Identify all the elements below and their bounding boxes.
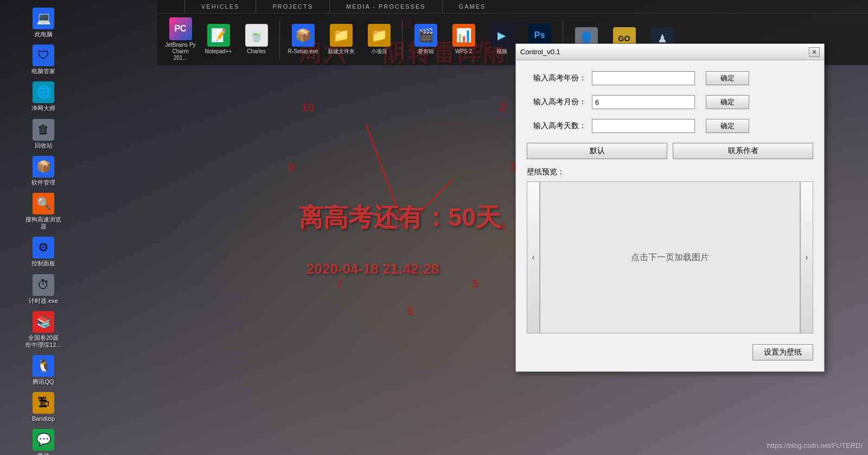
aijianji-icon: 🎬 <box>414 24 437 47</box>
ctrlpanel-label: 控制面板 <box>31 260 55 267</box>
month-row: 输入高考月份： 确定 <box>527 95 813 109</box>
gaokao-icon: 📚 <box>33 311 54 333</box>
video-label: 视频 <box>496 48 507 55</box>
year-label: 输入高考年份： <box>527 73 592 83</box>
bandizip-label: Bandizip <box>32 415 55 422</box>
netmaster-icon: 🌐 <box>33 81 54 103</box>
month-label: 输入高考月份： <box>527 97 592 107</box>
rsetup-label: R-Setup.exe <box>288 48 318 55</box>
desktop-icons: 💻 此电脑 🛡 电脑管家 🌐 净网大师 🗑 回收站 📦 软件管理 🔍 搜狗高速浏… <box>0 0 87 455</box>
wallpaper-preview-section: 壁纸预览： ‹ 点击下一页加载图片 › 设置为壁纸 <box>527 167 813 361</box>
tbar-sep2 <box>402 21 403 59</box>
days-input[interactable] <box>592 119 695 133</box>
pc-label: 此电脑 <box>35 31 53 38</box>
preview-prev-button[interactable]: ‹ <box>527 181 540 333</box>
desktop-icon-wechat[interactable]: 💬 微信 <box>23 427 64 455</box>
pc-icon: 💻 <box>33 8 54 29</box>
advisor-icon: 🛡 <box>33 45 54 66</box>
dialog-body: 输入高考年份： 确定 输入高考月份： 确定 输入高考天数： 确定 默认 联系作者 <box>516 60 824 371</box>
wps-icon: 📊 <box>452 24 475 47</box>
netmaster-label: 净网大师 <box>31 105 55 112</box>
taskbar-wps[interactable]: 📊 WPS 2 <box>446 22 481 57</box>
taskbar-project[interactable]: 📁 小项目 <box>361 22 397 57</box>
taskbar-charles[interactable]: 🍵 Charles <box>239 22 274 57</box>
year-confirm-button[interactable]: 确定 <box>706 71 749 85</box>
newfolder-label: 新建文件夹 <box>328 48 355 55</box>
taskbar-categories: VEHICLES PROJECTS MEDIA - PROCESSES GAME… <box>157 0 868 14</box>
notepadpp-icon: 📝 <box>207 24 230 47</box>
recycle-label: 回收站 <box>35 142 53 149</box>
timer-icon: ⏱ <box>33 274 54 296</box>
year-row: 输入高考年份： 确定 <box>527 71 813 85</box>
desktop-icon-netmaster[interactable]: 🌐 净网大师 <box>23 79 64 114</box>
year-input[interactable] <box>592 71 695 85</box>
video-icon: ▶ <box>490 24 513 47</box>
desktop-icon-ctrlpanel[interactable]: ⚙ 控制面板 <box>23 235 64 269</box>
qq-icon: 🐧 <box>33 355 54 377</box>
taskbar-video[interactable]: ▶ 视频 <box>484 22 519 57</box>
preview-next-button[interactable]: › <box>800 181 813 333</box>
browser-label: 搜狗高速浏览器 <box>25 216 62 230</box>
month-confirm-button[interactable]: 确定 <box>706 95 749 109</box>
days-label: 输入高考天数： <box>527 121 592 131</box>
taskbar-rsetup[interactable]: 📦 R-Setup.exe <box>285 22 321 57</box>
clock-5: 5 <box>472 277 478 291</box>
clock-8: 8 <box>301 220 308 234</box>
days-row: 输入高考天数： 确定 <box>527 119 813 133</box>
month-input[interactable] <box>592 95 695 109</box>
jetbrains-icon: PC <box>169 17 192 40</box>
desktop-icon-recycle[interactable]: 🗑 回收站 <box>23 117 64 151</box>
desktop-icon-gaokao[interactable]: 📚 全国卷20届衔中理综12... <box>23 309 64 351</box>
jetbrains-label: JetBrains Py Charm 201... <box>165 42 196 61</box>
desktop-icon-browser[interactable]: 🔍 搜狗高速浏览器 <box>23 191 64 232</box>
charles-icon: 🍵 <box>245 24 268 47</box>
desktop-icon-bandizip[interactable]: 🗜 Bandizip <box>23 390 64 425</box>
rsetup-icon: 📦 <box>292 24 315 47</box>
gaokao-label: 全国卷20届衔中理综12... <box>25 334 62 349</box>
desktop-icon-advisor[interactable]: 🛡 电脑管家 <box>23 42 64 77</box>
action-buttons-row: 默认 联系作者 <box>527 143 813 159</box>
taskbar-aijianji[interactable]: 🎬 爱剪辑 <box>408 22 443 57</box>
dialog-titlebar: Control_v0.1 ✕ <box>516 44 824 60</box>
wallpaper-preview-container: ‹ 点击下一页加载图片 › <box>527 181 813 333</box>
desktop-icon-timer[interactable]: ⏱ 计时器.exe <box>23 272 64 307</box>
cat-games: GAMES <box>443 3 502 10</box>
clock-6: 6 <box>407 304 413 318</box>
desktop-icon-pc[interactable]: 💻 此电脑 <box>23 5 64 40</box>
taskbar-notepadpp[interactable]: 📝 Notepad++ <box>201 22 236 57</box>
project-icon: 📁 <box>368 24 391 47</box>
wallpaper-preview-label: 壁纸预览： <box>527 167 813 177</box>
dialog-close-button[interactable]: ✕ <box>809 47 820 57</box>
timer-label: 计时器.exe <box>29 298 58 305</box>
notepadpp-label: Notepad++ <box>205 48 232 55</box>
browser-icon: 🔍 <box>33 193 54 214</box>
softmgr-label: 软件管理 <box>31 179 55 186</box>
taskbar-newfolder[interactable]: 📁 新建文件夹 <box>323 22 359 57</box>
softmgr-icon: 📦 <box>33 156 54 178</box>
wps-label: WPS 2 <box>455 48 472 55</box>
advisor-label: 电脑管家 <box>31 68 55 75</box>
project-label: 小项目 <box>371 48 387 55</box>
cat-vehicles: VEHICLES <box>185 3 256 10</box>
wallpaper-preview-area: 点击下一页加载图片 <box>540 181 800 333</box>
desktop-icon-qq[interactable]: 🐧 腾讯QQ <box>23 353 64 388</box>
dialog-title: Control_v0.1 <box>520 48 560 56</box>
set-wallpaper-button[interactable]: 设置为壁纸 <box>752 344 813 361</box>
clock-10: 10 <box>301 100 314 115</box>
days-confirm-button[interactable]: 确定 <box>706 119 749 133</box>
clock-2: 2 <box>499 100 506 115</box>
charles-label: Charles <box>247 48 265 55</box>
newfolder-icon: 📁 <box>330 24 353 47</box>
default-button[interactable]: 默认 <box>527 143 667 159</box>
tbar-sep1 <box>279 21 280 59</box>
recycle-icon: 🗑 <box>33 119 54 141</box>
wechat-label: 微信 <box>37 452 49 455</box>
taskbar-jetbrains[interactable]: PC JetBrains Py Charm 201... <box>163 15 198 64</box>
cat-media: MEDIA - PROCESSES <box>330 3 442 10</box>
desktop-icon-softmgr[interactable]: 📦 软件管理 <box>23 154 64 188</box>
ctrlpanel-icon: ⚙ <box>33 237 54 258</box>
bandizip-icon: 🗜 <box>33 392 54 414</box>
contact-button[interactable]: 联系作者 <box>673 143 813 159</box>
clock-7: 7 <box>336 277 343 291</box>
desktop: 12 1 2 3 4 5 6 7 8 9 10 11 周六 阴转雷阵雨 22/2… <box>0 0 868 455</box>
